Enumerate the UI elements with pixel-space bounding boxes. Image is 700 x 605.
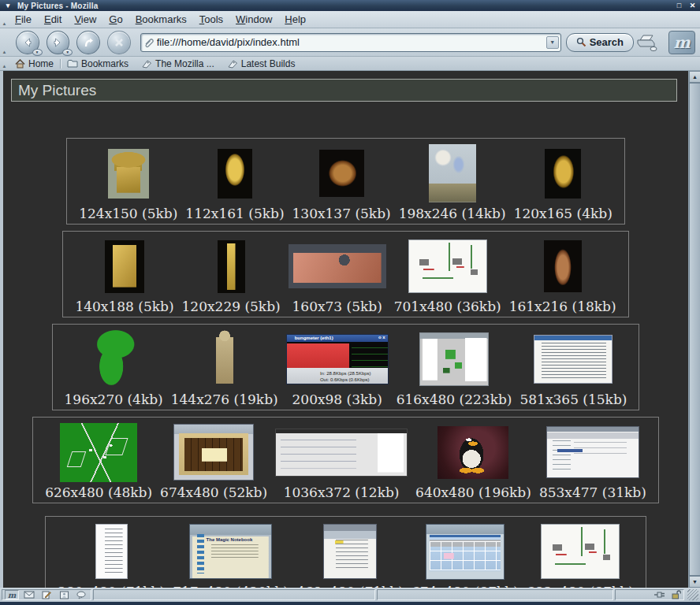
- close-button[interactable]: ✕: [688, 2, 697, 9]
- thumbnail-tux[interactable]: [438, 426, 508, 479]
- gallery-item-link[interactable]: 674x480 (52kb): [160, 421, 267, 500]
- scrollbar-thumb[interactable]: [689, 83, 700, 576]
- thumbnail-caption[interactable]: 124x150 (5kb): [79, 206, 177, 221]
- thumbnail-caption[interactable]: 160x73 (5kb): [292, 299, 382, 314]
- gallery-item-link[interactable]: 160x73 (5kb): [289, 236, 386, 314]
- thumbnail-caption[interactable]: 701x480 (36kb): [394, 299, 501, 314]
- titlebar[interactable]: ▾ My Pictures - Mozilla □ ✕: [0, 0, 700, 11]
- thumbnail-painting-moon[interactable]: [429, 144, 476, 202]
- forward-dropdown[interactable]: ▼: [62, 49, 73, 56]
- thumbnail-gold-figure[interactable]: [218, 149, 252, 199]
- gallery-item-link[interactable]: bungmeter (eth1)In: 28.8Kbps (28.5Kbps)O…: [286, 328, 389, 407]
- menu-view[interactable]: View: [68, 12, 102, 27]
- toolbar-grippy[interactable]: ▲: [0, 11, 9, 28]
- thumbnail-caption[interactable]: 200x98 (3kb): [292, 392, 382, 407]
- thumbnail-wide-form[interactable]: [275, 429, 408, 477]
- mail-component-button[interactable]: [22, 590, 36, 599]
- gallery-item-link[interactable]: 112x161 (5kb): [185, 143, 284, 221]
- thumbnail-copper-comb[interactable]: [289, 244, 386, 288]
- gallery-item-link[interactable]: 140x188 (5kb): [75, 236, 173, 314]
- bookmark-folder-bookmarks[interactable]: Bookmarks: [61, 57, 135, 70]
- toolbar-grippy[interactable]: ▲: [0, 57, 9, 70]
- thumbnail-caption[interactable]: 626x480 (48kb): [45, 484, 152, 500]
- thumbnail-caption[interactable]: 674x480 (52kb): [160, 484, 267, 500]
- composer-component-button[interactable]: [39, 590, 54, 599]
- gallery-item-link[interactable]: 161x216 (18kb): [509, 236, 616, 314]
- thumbnail-caption[interactable]: 853x477 (31kb): [539, 484, 646, 500]
- stop-button[interactable]: [107, 31, 131, 54]
- thumbnail-map-green[interactable]: [92, 329, 136, 389]
- thumbnail-gold-pendant[interactable]: [108, 149, 149, 199]
- reload-button[interactable]: [76, 31, 100, 54]
- gallery-item-link[interactable]: 120x229 (5kb): [182, 236, 281, 314]
- bookmark-latest-builds[interactable]: Latest Builds: [221, 57, 302, 70]
- thumbnail-gold-stick[interactable]: [218, 240, 245, 293]
- menu-file[interactable]: File: [9, 12, 38, 27]
- thumbnail-net-diagram[interactable]: [541, 524, 620, 579]
- menu-bookmarks[interactable]: Bookmarks: [129, 12, 193, 27]
- thumbnail-caption[interactable]: 161x216 (18kb): [509, 299, 616, 314]
- navigator-component-button[interactable]: m: [5, 590, 19, 599]
- window-shade-button[interactable]: ▾: [2, 1, 14, 10]
- gallery-item-link[interactable]: 616x480 (223kb): [397, 328, 512, 407]
- maximize-button[interactable]: □: [675, 2, 683, 9]
- thumbnail-caption[interactable]: 616x480 (223kb): [397, 392, 512, 407]
- thumbnail-caption[interactable]: 120x165 (4kb): [514, 206, 612, 221]
- thumbnail-gold-mask[interactable]: [545, 149, 581, 199]
- menu-help[interactable]: Help: [278, 12, 312, 27]
- thumbnail-bungmeter[interactable]: bungmeter (eth1)In: 28.8Kbps (28.5Kbps)O…: [286, 334, 389, 384]
- thumbnail-caption[interactable]: 196x270 (4kb): [65, 392, 163, 407]
- thumbnail-caption[interactable]: 1036x372 (12kb): [284, 484, 400, 500]
- thumbnail-calendar[interactable]: [426, 524, 505, 580]
- address-book-component-button[interactable]: [57, 590, 71, 599]
- thumbnail-net-diagram[interactable]: [408, 239, 487, 293]
- gallery-item-link[interactable]: 196x270 (4kb): [65, 328, 163, 407]
- gallery-item-link[interactable]: 130x137 (5kb): [292, 143, 391, 221]
- window-resize-grip[interactable]: [687, 589, 698, 600]
- bookmark-home[interactable]: Home: [9, 57, 60, 70]
- security-padlock-icon[interactable]: [672, 590, 681, 599]
- toolbar-grippy[interactable]: ▲: [0, 28, 9, 56]
- thumbnail-caption[interactable]: 130x137 (5kb): [292, 206, 391, 221]
- gallery-item-link[interactable]: The Magic Notebook717x480 (420kb): [173, 521, 289, 588]
- gallery-item-link[interactable]: 198x246 (14kb): [399, 143, 506, 221]
- thumbnail-caption[interactable]: 640x480 (196kb): [415, 484, 531, 500]
- menu-tools[interactable]: Tools: [193, 12, 229, 27]
- thumbnail-gold-brown[interactable]: [319, 150, 364, 197]
- thumbnail-caption[interactable]: 198x246 (14kb): [399, 206, 506, 221]
- back-button[interactable]: ▼: [16, 31, 39, 54]
- back-dropdown[interactable]: ▼: [32, 49, 43, 56]
- thumbnail-caption[interactable]: 112x161 (5kb): [185, 206, 284, 221]
- scroll-up-arrow[interactable]: ▲: [689, 71, 700, 83]
- gallery-item-link[interactable]: 674x480 (87kb): [411, 521, 519, 588]
- gallery-item-link[interactable]: 469x480 (71kb): [296, 521, 404, 588]
- url-bar[interactable]: ▼: [140, 33, 561, 52]
- gallery-item-link[interactable]: 280x480 (71kb): [58, 521, 165, 588]
- bookmark-mozilla[interactable]: The Mozilla ...: [135, 57, 221, 70]
- gallery-item-link[interactable]: 701x480 (36kb): [394, 236, 501, 314]
- thumbnail-crossword[interactable]: [173, 424, 254, 481]
- url-input[interactable]: [155, 35, 546, 50]
- gallery-item-link[interactable]: 683x480 (87kb): [527, 521, 634, 588]
- thumbnail-notebook[interactable]: The Magic Notebook: [189, 524, 272, 579]
- thumbnail-caption[interactable]: 144x276 (19kb): [171, 392, 278, 407]
- thumbnail-tall-doc[interactable]: [95, 524, 128, 579]
- gallery-item-link[interactable]: 640x480 (196kb): [415, 421, 531, 500]
- online-plug-icon[interactable]: [654, 591, 668, 599]
- search-button[interactable]: Search: [566, 33, 634, 52]
- irc-chat-component-button[interactable]: [74, 590, 88, 599]
- thumbnail-caption[interactable]: 140x188 (5kb): [75, 299, 173, 314]
- menu-window[interactable]: Window: [229, 12, 278, 27]
- vertical-scrollbar[interactable]: ▲ ▼: [688, 71, 700, 588]
- scroll-down-arrow[interactable]: ▼: [689, 576, 700, 588]
- url-dropdown[interactable]: ▼: [546, 36, 559, 49]
- gallery-item-link[interactable]: 581x365 (15kb): [519, 328, 627, 407]
- thumbnail-gold-plaque[interactable]: [105, 240, 144, 293]
- thumbnail-green-app[interactable]: [419, 332, 489, 386]
- gallery-item-link[interactable]: 626x480 (48kb): [45, 421, 152, 500]
- gallery-item-link[interactable]: 120x165 (4kb): [514, 143, 612, 221]
- thumbnail-clay-figure[interactable]: [544, 240, 582, 292]
- forward-button[interactable]: ▼: [47, 31, 70, 54]
- gallery-item-link[interactable]: 144x276 (19kb): [171, 328, 278, 407]
- menu-edit[interactable]: Edit: [38, 12, 68, 27]
